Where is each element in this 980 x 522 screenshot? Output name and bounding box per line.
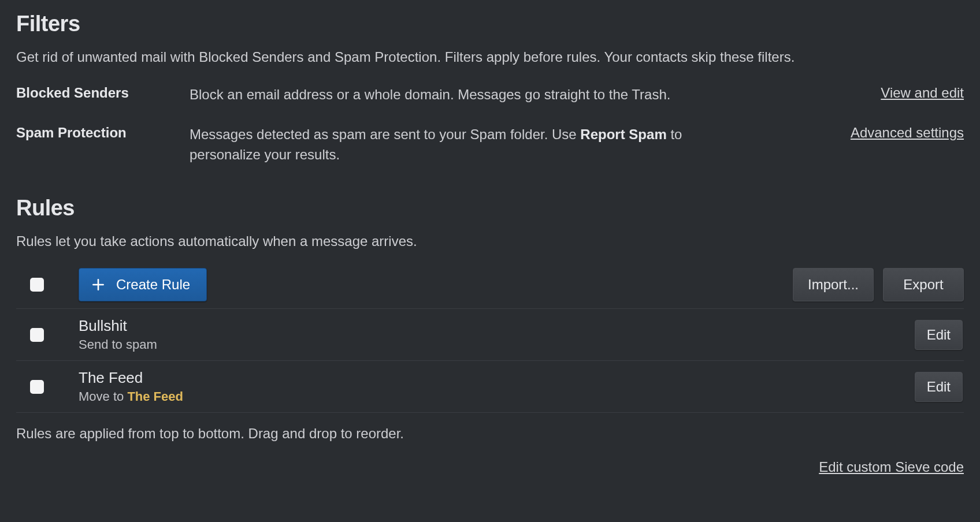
- rule-checkbox[interactable]: [30, 380, 44, 394]
- rule-subtext-prefix: Send to spam: [79, 337, 157, 352]
- rule-main: The Feed Move to The Feed: [79, 369, 915, 404]
- rule-checkbox-column: [16, 380, 79, 394]
- filters-section: Filters Get rid of unwanted mail with Bl…: [16, 12, 964, 165]
- rule-row[interactable]: The Feed Move to The Feed Edit: [16, 361, 964, 413]
- spam-advanced-settings-link[interactable]: Advanced settings: [851, 125, 964, 141]
- toolbar-right: Import... Export: [793, 268, 964, 301]
- export-button[interactable]: Export: [883, 268, 964, 301]
- rule-subtext-folder: The Feed: [127, 389, 183, 404]
- rules-section: Rules Rules let you take actions automat…: [16, 196, 964, 475]
- rule-name: The Feed: [79, 369, 915, 387]
- spam-desc-bold: Report Spam: [580, 126, 666, 142]
- import-button[interactable]: Import...: [793, 268, 874, 301]
- rule-actions: Edit: [915, 320, 964, 350]
- rules-description: Rules let you take actions automatically…: [16, 233, 964, 249]
- rule-subtext: Move to The Feed: [79, 389, 915, 404]
- rule-checkbox-column: [16, 328, 79, 342]
- rules-toolbar: Create Rule Import... Export: [16, 262, 964, 309]
- blocked-senders-label: Blocked Senders: [16, 85, 190, 101]
- sieve-link-row: Edit custom Sieve code: [16, 459, 964, 475]
- select-all-checkbox[interactable]: [30, 278, 44, 292]
- edit-sieve-link[interactable]: Edit custom Sieve code: [819, 459, 964, 475]
- spam-protection-label: Spam Protection: [16, 125, 190, 141]
- spam-protection-description: Messages detected as spam are sent to yo…: [190, 125, 756, 165]
- blocked-senders-row: Blocked Senders Block an email address o…: [16, 85, 964, 105]
- rule-row[interactable]: Bullshit Send to spam Edit: [16, 309, 964, 361]
- filters-description: Get rid of unwanted mail with Blocked Se…: [16, 49, 964, 65]
- filters-heading: Filters: [16, 12, 964, 36]
- blocked-senders-view-edit-link[interactable]: View and edit: [881, 85, 964, 101]
- rule-main: Bullshit Send to spam: [79, 317, 915, 352]
- rule-subtext: Send to spam: [79, 337, 915, 352]
- rule-name: Bullshit: [79, 317, 915, 335]
- blocked-senders-description: Block an email address or a whole domain…: [190, 85, 756, 105]
- plus-icon: [90, 276, 107, 293]
- edit-rule-button[interactable]: Edit: [915, 320, 963, 350]
- create-rule-button[interactable]: Create Rule: [79, 268, 207, 301]
- settings-page: Filters Get rid of unwanted mail with Bl…: [0, 0, 980, 481]
- create-rule-label: Create Rule: [116, 277, 190, 293]
- spam-desc-before: Messages detected as spam are sent to yo…: [190, 126, 580, 142]
- rules-heading: Rules: [16, 196, 964, 221]
- select-all-column: [16, 278, 79, 292]
- rule-actions: Edit: [915, 372, 964, 402]
- rules-footer-text: Rules are applied from top to bottom. Dr…: [16, 426, 964, 442]
- edit-rule-button[interactable]: Edit: [915, 372, 963, 402]
- rule-subtext-prefix: Move to: [79, 389, 127, 404]
- rule-checkbox[interactable]: [30, 328, 44, 342]
- spam-protection-row: Spam Protection Messages detected as spa…: [16, 125, 964, 165]
